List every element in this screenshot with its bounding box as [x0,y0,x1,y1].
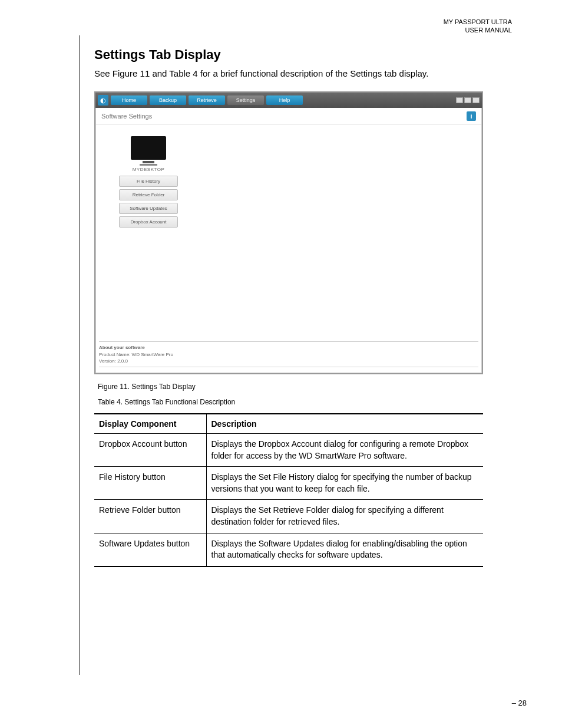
table-header-description: Description [206,414,483,434]
table-row: Retrieve Folder button Displays the Set … [94,500,483,533]
table-caption: Table 4. Settings Tab Functional Descrip… [98,398,512,406]
table-header-component: Display Component [94,414,206,434]
table-cell-description: Displays the Set File History dialog for… [206,467,483,500]
table-cell-description: Displays the Software Updates dialog for… [206,533,483,566]
table-cell-description: Displays the Set Retrieve Folder dialog … [206,500,483,533]
app-body: MYDESKTOP File History Retrieve Folder S… [95,124,482,373]
minimize-icon[interactable] [456,97,463,103]
monitor-icon [131,136,166,160]
table-row: Software Updates button Displays the Sof… [94,533,483,566]
figure-caption: Figure 11. Settings Tab Display [98,383,512,391]
table-cell-component: Retrieve Folder button [94,500,206,533]
maximize-icon[interactable] [464,97,471,103]
device-area: MYDESKTOP File History Retrieve Folder S… [113,136,184,228]
table-row: Dropbox Account button Displays the Drop… [94,434,483,467]
tab-backup[interactable]: Backup [150,95,186,105]
app-sub-header: Software Settings i [95,108,482,124]
vertical-rule [80,35,80,675]
header-line2: USER MANUAL [465,27,512,34]
file-history-button[interactable]: File History [119,176,178,187]
window-controls [456,97,480,103]
intro-paragraph: See Figure 11 and Table 4 for a brief fu… [94,67,512,80]
header-line1: MY PASSPORT ULTRA [444,18,512,25]
page-number: – 28 [512,699,527,707]
about-title: About your software [99,344,478,351]
sub-header-title: Software Settings [101,113,152,120]
close-icon[interactable] [472,97,480,103]
table-cell-component: Software Updates button [94,533,206,566]
info-icon[interactable]: i [467,111,476,121]
table-cell-description: Displays the Dropbox Account dialog for … [206,434,483,467]
software-updates-button[interactable]: Software Updates [119,203,178,214]
tab-help[interactable]: Help [266,95,303,105]
section-title: Settings Tab Display [94,47,512,62]
tab-retrieve[interactable]: Retrieve [189,95,225,105]
page-header: MY PASSPORT ULTRA USER MANUAL [444,18,512,35]
retrieve-folder-button[interactable]: Retrieve Folder [119,189,178,200]
wd-logo-icon: ◐ [98,95,108,106]
about-product: Product Name: WD SmartWare Pro [99,351,478,358]
settings-tab-screenshot: ◐ Home Backup Retrieve Settings Help Sof… [94,91,483,374]
table-row: File History button Displays the Set Fil… [94,467,483,500]
table-cell-component: Dropbox Account button [94,434,206,467]
tab-home[interactable]: Home [111,95,147,105]
device-name: MYDESKTOP [113,167,184,172]
about-software-box: About your software Product Name: WD Sma… [99,341,478,367]
table-cell-component: File History button [94,467,206,500]
dropbox-account-button[interactable]: Dropbox Account [119,216,178,228]
tab-settings[interactable]: Settings [227,95,264,105]
app-top-bar: ◐ Home Backup Retrieve Settings Help [95,93,482,108]
about-version: Version: 2.0.0 [99,358,478,364]
functional-description-table: Display Component Description Dropbox Ac… [94,413,483,567]
